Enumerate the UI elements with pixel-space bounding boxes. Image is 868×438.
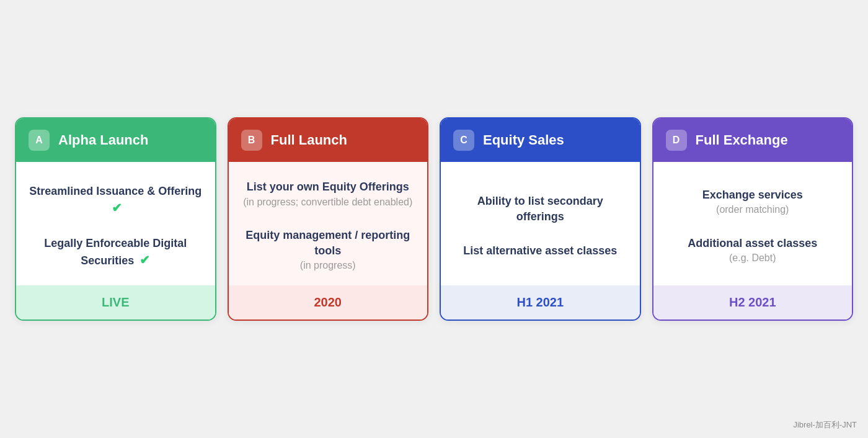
card-equity-body: Ability to list secondary offeringsList … bbox=[441, 162, 640, 285]
card-alpha-item-1: Legally Enforceable Digital Securities ✔ bbox=[29, 236, 203, 269]
card-exchange-title: Full Exchange bbox=[696, 132, 788, 148]
card-exchange-item-0: Exchange services(order matching) bbox=[702, 187, 803, 217]
card-full-title: Full Launch bbox=[271, 132, 347, 148]
card-alpha-header: AAlpha Launch bbox=[16, 118, 215, 162]
card-full-item-1-sub: (in progress) bbox=[241, 259, 415, 272]
watermark: Jibrel-加百利-JNT bbox=[793, 419, 857, 431]
card-exchange-item-1-sub: (e.g. Debt) bbox=[688, 251, 817, 265]
card-alpha-footer: LIVE bbox=[16, 285, 215, 320]
card-exchange-header: DFull Exchange bbox=[653, 118, 852, 162]
card-equity-title: Equity Sales bbox=[483, 132, 564, 148]
card-alpha-badge: A bbox=[29, 130, 50, 151]
card-alpha-item-0: Streamlined Issuance & Offering ✔ bbox=[29, 184, 203, 217]
card-exchange-footer: H2 2021 bbox=[653, 285, 852, 320]
card-full-header: BFull Launch bbox=[229, 118, 428, 162]
card-full-footer: 2020 bbox=[229, 285, 428, 320]
card-alpha-body: Streamlined Issuance & Offering ✔Legally… bbox=[16, 162, 215, 285]
checkmark-icon: ✔ bbox=[140, 253, 150, 267]
card-alpha-title: Alpha Launch bbox=[58, 132, 148, 148]
card-full-badge: B bbox=[241, 130, 262, 151]
card-full-item-0-sub: (in progress; convertible debt enabled) bbox=[243, 195, 412, 209]
card-full-body: List your own Equity Offerings(in progre… bbox=[229, 162, 428, 285]
card-full-item-1: Equity management / reporting tools(in p… bbox=[241, 228, 415, 273]
card-equity-footer: H1 2021 bbox=[441, 285, 640, 320]
card-exchange-body: Exchange services(order matching)Additio… bbox=[653, 162, 852, 285]
checkmark-icon: ✔ bbox=[112, 201, 122, 215]
card-equity-item-1: List alternative asset classes bbox=[463, 243, 617, 259]
card-equity-item-0: Ability to list secondary offerings bbox=[453, 194, 627, 225]
card-full: BFull LaunchList your own Equity Offerin… bbox=[228, 117, 429, 320]
card-equity: CEquity SalesAbility to list secondary o… bbox=[440, 117, 641, 320]
cards-container: AAlpha LaunchStreamlined Issuance & Offe… bbox=[0, 105, 868, 333]
card-equity-badge: C bbox=[453, 130, 474, 151]
card-exchange-item-0-sub: (order matching) bbox=[702, 203, 803, 217]
card-full-item-0: List your own Equity Offerings(in progre… bbox=[243, 179, 412, 209]
card-exchange-item-1: Additional asset classes(e.g. Debt) bbox=[688, 236, 817, 266]
card-equity-header: CEquity Sales bbox=[441, 118, 640, 162]
card-exchange: DFull ExchangeExchange services(order ma… bbox=[652, 117, 854, 320]
card-alpha: AAlpha LaunchStreamlined Issuance & Offe… bbox=[15, 117, 216, 320]
card-exchange-badge: D bbox=[666, 130, 687, 151]
